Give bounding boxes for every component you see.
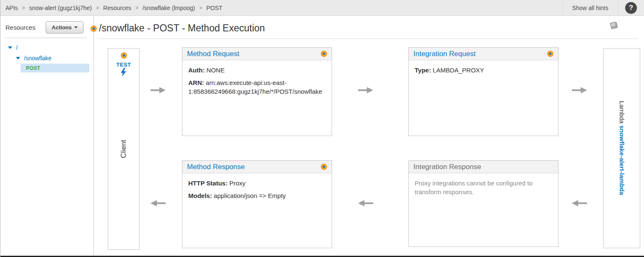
- method-post-link[interactable]: POST: [21, 65, 40, 71]
- divider: [99, 39, 638, 39]
- breadcrumb-separator: >: [96, 5, 99, 11]
- method-response-header: Method Response: [182, 161, 332, 173]
- lambda-function-link[interactable]: snowflake-alert-lambda: [618, 126, 626, 195]
- breadcrumb-separator: >: [135, 5, 138, 11]
- http-status-value: Proxy: [229, 180, 245, 187]
- method-request-box: Method Request Auth: NONE ARN: arn:aws:e…: [182, 47, 332, 136]
- type-label: Type:: [415, 67, 431, 74]
- proxy-message: Proxy integrations cannot be configured …: [415, 179, 552, 196]
- actions-button[interactable]: Actions: [46, 21, 83, 33]
- hint-dot-icon[interactable]: [321, 51, 327, 57]
- arrow-right-icon: [151, 87, 166, 93]
- integration-request-link[interactable]: Integration Request: [413, 50, 475, 58]
- breadcrumb-separator: >: [199, 5, 202, 11]
- documentation-book-icon[interactable]: [608, 21, 619, 32]
- arn-value: arn:aws:execute-api:us-east-1:8583662496…: [188, 79, 322, 95]
- hint-dot-icon[interactable]: [547, 51, 553, 57]
- breadcrumb-separator: >: [22, 5, 25, 11]
- integration-response-header: Integration Response: [409, 161, 558, 173]
- arrow-left-icon: [572, 200, 587, 206]
- api-gateway-console: APIs > snow-alert (gugz1kj7he) > Resourc…: [0, 0, 644, 257]
- test-label: TEST: [117, 62, 131, 68]
- breadcrumb-resources[interactable]: Resources: [103, 5, 131, 11]
- method-request-body: Auth: NONE ARN: arn:aws:execute-api:us-e…: [182, 60, 332, 105]
- integration-request-body: Type: LAMBDA_PROXY: [409, 60, 558, 84]
- resources-sidebar: Resources Actions / /snowflake POST: [0, 16, 94, 257]
- method-response-body: HTTP Status: Proxy Models: application/j…: [182, 173, 332, 209]
- hint-dot-icon[interactable]: [91, 26, 97, 32]
- models-label: Models:: [188, 192, 212, 199]
- resource-tree: / /snowflake POST: [0, 42, 93, 72]
- client-label: Client: [119, 140, 128, 158]
- integration-response-body: Proxy integrations cannot be configured …: [409, 173, 558, 206]
- test-link[interactable]: TEST: [117, 62, 131, 77]
- breadcrumb-method[interactable]: POST: [206, 5, 222, 11]
- resource-link-root[interactable]: /: [16, 44, 18, 51]
- arrow-right-icon: [572, 87, 587, 93]
- method-response-link[interactable]: Method Response: [187, 163, 245, 171]
- http-status-line: HTTP Status: Proxy: [188, 179, 326, 188]
- http-status-label: HTTP Status:: [188, 180, 228, 187]
- content: Resources Actions / /snowflake POST: [0, 16, 644, 257]
- sidebar-title: Resources: [5, 24, 36, 31]
- arn-line: ARN: arn:aws:execute-api:us-east-1:85836…: [188, 78, 326, 96]
- integration-request-header: Integration Request: [409, 48, 558, 60]
- lightning-bolt-icon: [120, 68, 127, 77]
- breadcrumb-resource-path[interactable]: /snowflake (lmpoog): [143, 5, 195, 11]
- arrow-left-icon: [358, 200, 373, 206]
- tree-row-root: /: [0, 42, 93, 53]
- auth-value: NONE: [206, 67, 224, 74]
- arrow-left-icon: [151, 200, 166, 206]
- topbar-right: Show all hints ?: [563, 0, 644, 16]
- actions-button-label: Actions: [52, 24, 72, 31]
- auth-label: Auth:: [188, 67, 205, 74]
- method-response-box: Method Response HTTP Status: Proxy Model…: [182, 160, 332, 248]
- integration-request-box: Integration Request Type: LAMBDA_PROXY: [408, 47, 558, 136]
- lambda-prefix: Lambda: [618, 101, 626, 123]
- resource-link-snowflake[interactable]: /snowflake: [24, 55, 52, 62]
- lambda-label: Lambda snowflake-alert-lambda: [618, 101, 626, 195]
- hint-dot-icon[interactable]: [321, 164, 327, 170]
- breadcrumb-bar: APIs > snow-alert (gugz1kj7he) > Resourc…: [0, 0, 644, 16]
- lambda-box: Lambda snowflake-alert-lambda: [603, 48, 640, 248]
- breadcrumb-apis[interactable]: APIs: [5, 5, 18, 11]
- method-execution-panel: /snowflake - POST - Method Execution TES…: [94, 16, 644, 257]
- method-request-link[interactable]: Method Request: [187, 50, 239, 58]
- help-wrap: ?: [618, 2, 644, 14]
- integration-response-title: Integration Response: [413, 163, 481, 171]
- divider: [5, 38, 87, 38]
- breadcrumb-api-name[interactable]: snow-alert (gugz1kj7he): [29, 5, 92, 11]
- chevron-down-icon: [74, 26, 78, 28]
- show-all-hints-button[interactable]: Show all hints: [563, 5, 618, 11]
- breadcrumb: APIs > snow-alert (gugz1kj7he) > Resourc…: [0, 5, 224, 11]
- method-request-header: Method Request: [182, 48, 332, 60]
- client-box: TEST Client: [108, 48, 140, 250]
- auth-line: Auth: NONE: [188, 66, 326, 75]
- page-title: /snowflake - POST - Method Execution: [99, 23, 265, 34]
- tree-row-snowflake: /snowflake: [0, 53, 93, 63]
- type-line: Type: LAMBDA_PROXY: [415, 66, 552, 75]
- models-value: application/json => Empty: [214, 192, 286, 199]
- sidebar-header: Resources Actions: [0, 16, 93, 37]
- integration-response-box: Integration Response Proxy integrations …: [408, 160, 558, 247]
- arn-label: ARN:: [188, 79, 204, 86]
- type-value: LAMBDA_PROXY: [433, 67, 484, 74]
- models-line: Models: application/json => Empty: [188, 191, 326, 200]
- tree-row-post-selected[interactable]: POST: [21, 64, 89, 72]
- tree-expand-icon[interactable]: [8, 46, 12, 49]
- hint-dot-icon[interactable]: [121, 52, 127, 59]
- arrow-right-icon: [358, 87, 373, 93]
- help-icon[interactable]: ?: [625, 2, 637, 14]
- tree-expand-icon[interactable]: [16, 57, 20, 59]
